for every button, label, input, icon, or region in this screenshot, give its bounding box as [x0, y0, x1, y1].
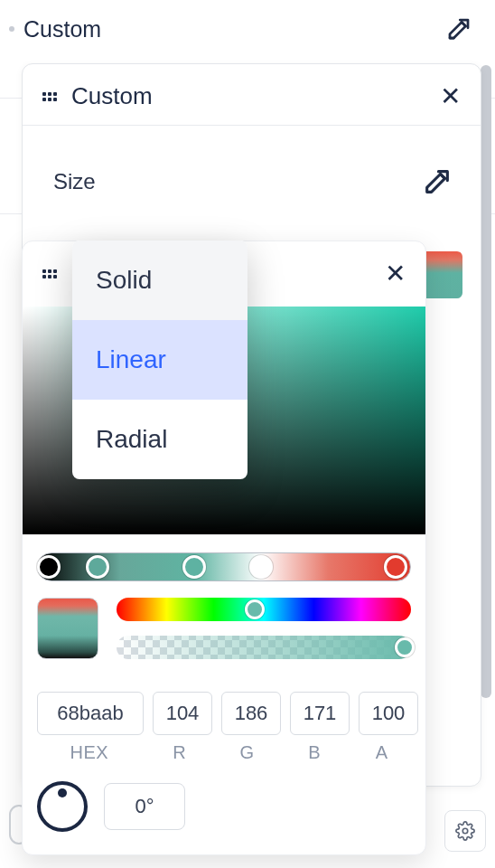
gradient-stop[interactable] — [86, 555, 109, 579]
g-input[interactable] — [221, 692, 281, 735]
edit-icon — [445, 15, 472, 42]
panel-title: Custom — [71, 82, 153, 110]
r-label: R — [151, 742, 210, 763]
page-title: Custom — [23, 16, 101, 42]
hue-slider[interactable] — [117, 598, 411, 621]
close-button[interactable]: ✕ — [440, 84, 461, 109]
gear-icon — [455, 821, 475, 841]
size-label: Size — [53, 169, 96, 194]
svg-point-0 — [462, 828, 468, 834]
a-input[interactable] — [359, 692, 418, 735]
hex-label: HEX — [37, 742, 142, 763]
angle-row — [37, 781, 411, 832]
b-label: B — [285, 742, 344, 763]
alpha-knob[interactable] — [395, 637, 415, 657]
fill-type-option-radial[interactable]: Radial — [72, 400, 248, 479]
angle-input[interactable] — [104, 783, 185, 830]
angle-dial-indicator — [58, 788, 67, 797]
scrollbar-thumb[interactable] — [481, 65, 491, 698]
bullet-icon — [9, 26, 14, 32]
alpha-slider[interactable] — [117, 636, 411, 659]
gradient-stop[interactable] — [249, 555, 273, 579]
color-labels-row: HEX R G B A — [37, 742, 411, 763]
close-button[interactable]: ✕ — [385, 261, 406, 287]
settings-button[interactable] — [444, 810, 486, 852]
gradient-stops-track[interactable] — [37, 552, 411, 581]
angle-dial[interactable] — [37, 781, 88, 832]
fill-type-option-solid[interactable]: Solid — [72, 241, 248, 320]
g-label: G — [218, 742, 276, 763]
edit-button[interactable] — [441, 11, 477, 47]
drag-handle-icon[interactable] — [42, 92, 57, 101]
hex-input[interactable] — [37, 692, 144, 735]
edit-icon — [422, 166, 453, 197]
drag-handle-icon[interactable] — [42, 269, 57, 278]
scrollbar[interactable] — [481, 65, 491, 698]
fill-type-option-linear[interactable]: Linear — [72, 320, 248, 400]
gradient-stop[interactable] — [384, 555, 407, 579]
gradient-stop[interactable] — [182, 555, 206, 579]
b-input[interactable] — [290, 692, 350, 735]
edit-size-button[interactable] — [419, 164, 455, 200]
gradient-stop[interactable] — [37, 555, 61, 579]
header-row: Custom — [9, 11, 477, 47]
current-swatch — [37, 598, 98, 659]
color-inputs-row — [37, 692, 411, 735]
r-input[interactable] — [153, 692, 212, 735]
fill-type-dropdown: SolidLinearRadial — [72, 241, 248, 479]
a-label: A — [352, 742, 411, 763]
panel-header: Custom ✕ — [23, 64, 481, 126]
size-row: Size — [23, 126, 481, 222]
hue-knob[interactable] — [245, 599, 265, 619]
